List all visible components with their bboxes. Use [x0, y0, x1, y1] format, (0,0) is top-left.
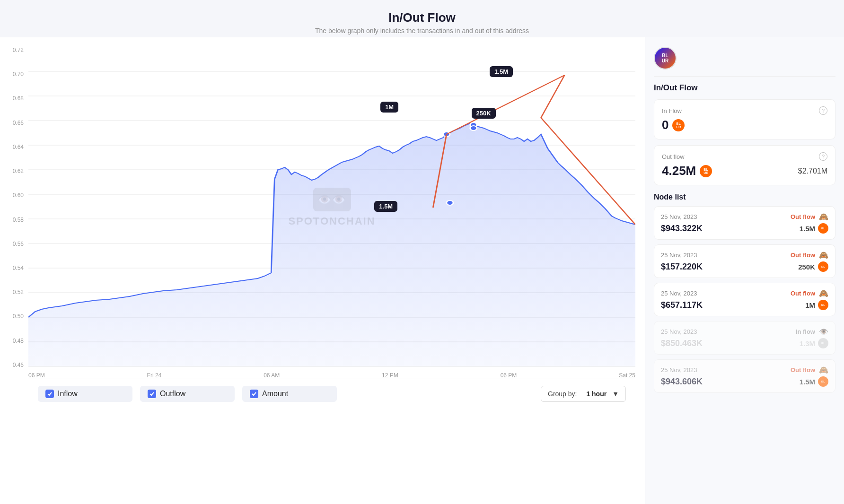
outflow-card-label: Out flow ?	[662, 152, 827, 161]
right-panel: BLUR In/Out Flow In Flow ? 0 BLUR	[645, 37, 844, 504]
node-1-flow-label: Out flow	[791, 213, 815, 220]
node-2-token-badge: BL	[818, 261, 828, 272]
page-subtitle: The below graph only includes the transa…	[0, 27, 844, 35]
checkmark-icon-2	[149, 391, 155, 397]
node-item-5: 25 Nov, 2023 Out flow 🙈 $943.606K 1.5M B…	[654, 359, 835, 393]
outflow-label: Outflow	[160, 390, 185, 398]
divider-top	[654, 76, 835, 77]
chevron-down-icon: ▼	[612, 390, 619, 398]
chart-area: 0.72 0.70 0.68 0.66 0.64 0.62 0.60 0.58 …	[0, 37, 645, 504]
token-logo-text: BLUR	[662, 53, 668, 63]
outflow-value-row: 4.25M BLUR $2.701M	[662, 164, 827, 178]
node-5-eye-icon[interactable]: 🙈	[819, 365, 828, 374]
node-5-flow-label: Out flow	[791, 366, 815, 374]
chart-container: 0.72 0.70 0.68 0.66 0.64 0.62 0.60 0.58 …	[28, 47, 635, 368]
node-item-1-header: 25 Nov, 2023 Out flow 🙈	[661, 212, 828, 221]
node-2-date: 25 Nov, 2023	[661, 252, 697, 259]
group-by-value: 1 hour	[586, 390, 607, 398]
legend-outflow[interactable]: Outflow	[140, 386, 235, 402]
amount-label: Amount	[262, 390, 288, 398]
node-4-flow-label: In flow	[796, 328, 815, 335]
node-4-date: 25 Nov, 2023	[661, 328, 697, 335]
node-5-amount: $943.606K	[661, 377, 703, 387]
node-3-flow-label: Out flow	[791, 290, 815, 297]
outflow-usd: $2.701M	[798, 167, 827, 175]
group-by-selector[interactable]: Group by: 1 hour ▼	[541, 386, 626, 402]
group-by-prefix: Group by:	[548, 390, 577, 398]
node-3-token-amount: 1M BL	[805, 300, 828, 310]
node-item-1: 25 Nov, 2023 Out flow 🙈 $943.322K 1.5M B…	[654, 206, 835, 240]
page-header: In/Out Flow The below graph only include…	[0, 0, 844, 37]
node-2-amount: $157.220K	[661, 262, 703, 272]
inout-flow-title: In/Out Flow	[654, 83, 835, 93]
outflow-help-icon[interactable]: ?	[819, 152, 827, 161]
node-3-eye-icon[interactable]: 🙈	[819, 289, 828, 298]
node-2-flow-label: Out flow	[791, 252, 815, 259]
svg-point-21	[447, 200, 453, 205]
legend-inflow[interactable]: Inflow	[38, 386, 132, 402]
node-item-3: 25 Nov, 2023 Out flow 🙈 $657.117K 1M BL	[654, 283, 835, 316]
node-1-eye-icon[interactable]: 🙈	[819, 212, 828, 221]
inflow-help-icon[interactable]: ?	[819, 106, 827, 115]
node-5-values: $943.606K 1.5M BL	[661, 376, 828, 387]
node-5-token-badge: BL	[818, 376, 828, 387]
node-item-3-header: 25 Nov, 2023 Out flow 🙈	[661, 289, 828, 298]
outflow-checkbox[interactable]	[148, 390, 156, 398]
node-2-token-amount: 250K BL	[798, 261, 828, 272]
node-1-values: $943.322K 1.5M BL	[661, 223, 828, 234]
node-3-amount: $657.117K	[661, 300, 703, 310]
page-title: In/Out Flow	[0, 10, 844, 25]
y-axis: 0.72 0.70 0.68 0.66 0.64 0.62 0.60 0.58 …	[5, 47, 24, 368]
legend-amount[interactable]: Amount	[242, 386, 337, 402]
node-4-token-badge: BL	[818, 338, 828, 348]
inflow-card-label: In Flow ?	[662, 106, 827, 115]
chart-svg	[28, 47, 635, 368]
node-4-token-amount: 1.3M BL	[800, 338, 828, 348]
checkmark-icon-3	[251, 391, 257, 397]
node-1-amount: $943.322K	[661, 224, 703, 234]
node-item-5-header: 25 Nov, 2023 Out flow 🙈	[661, 365, 828, 374]
inflow-token-badge: BLUR	[672, 119, 685, 131]
x-axis: 06 PM Fri 24 06 AM 12 PM 06 PM Sat 25	[28, 372, 635, 379]
node-4-eye-icon[interactable]: 👁️	[819, 327, 828, 336]
node-1-token-amount: 1.5M BL	[800, 223, 828, 234]
main-content: 0.72 0.70 0.68 0.66 0.64 0.62 0.60 0.58 …	[0, 37, 844, 504]
node-item-2: 25 Nov, 2023 Out flow 🙈 $157.220K 250K B…	[654, 244, 835, 278]
node-item-2-header: 25 Nov, 2023 Out flow 🙈	[661, 251, 828, 260]
svg-point-20	[470, 126, 477, 130]
node-2-eye-icon[interactable]: 🙈	[819, 251, 828, 260]
node-item-4-header: 25 Nov, 2023 In flow 👁️	[661, 327, 828, 336]
inflow-label: Inflow	[58, 390, 78, 398]
outflow-value: 4.25M BLUR	[662, 164, 712, 178]
node-3-values: $657.117K 1M BL	[661, 300, 828, 310]
node-1-date: 25 Nov, 2023	[661, 213, 697, 220]
outflow-card: Out flow ? 4.25M BLUR $2.701M	[654, 145, 835, 185]
inflow-value: 0 BLUR	[662, 118, 685, 132]
node-item-4: 25 Nov, 2023 In flow 👁️ $850.463K 1.3M B…	[654, 321, 835, 355]
inflow-value-row: 0 BLUR	[662, 118, 827, 132]
node-list-title: Node list	[654, 193, 835, 201]
checkmark-icon	[47, 391, 53, 397]
svg-line-16	[447, 75, 564, 134]
inflow-checkbox[interactable]	[45, 390, 54, 398]
node-3-token-badge: BL	[818, 300, 828, 310]
outflow-token-badge: BLUR	[700, 165, 712, 177]
token-logo: BLUR	[654, 47, 677, 70]
chart-legend: Inflow Outflow Amount Group	[28, 379, 635, 408]
node-1-token-badge: BL	[818, 223, 828, 234]
node-5-date: 25 Nov, 2023	[661, 366, 697, 374]
node-3-date: 25 Nov, 2023	[661, 290, 697, 297]
inflow-card: In Flow ? 0 BLUR	[654, 99, 835, 139]
amount-checkbox[interactable]	[250, 390, 258, 398]
node-4-amount: $850.463K	[661, 339, 703, 348]
node-5-token-amount: 1.5M BL	[800, 376, 828, 387]
node-2-values: $157.220K 250K BL	[661, 261, 828, 272]
node-4-values: $850.463K 1.3M BL	[661, 338, 828, 348]
